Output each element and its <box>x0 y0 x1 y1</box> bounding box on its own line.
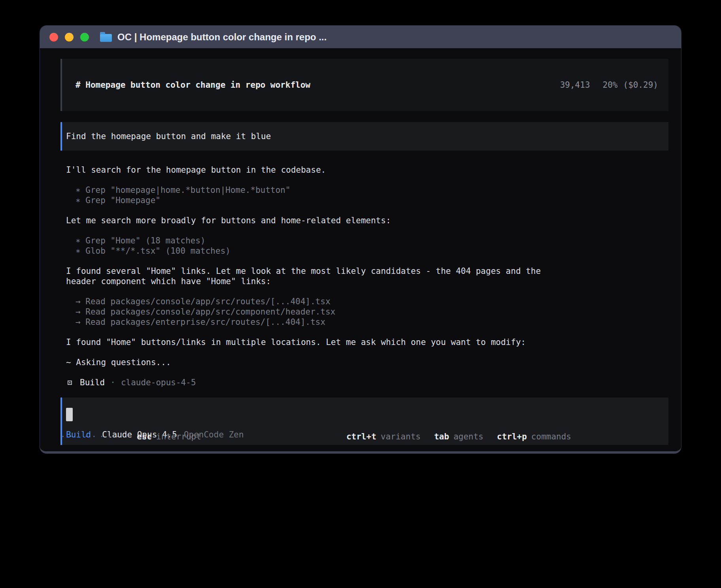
tool-call-read: → Read packages/console/app/src/componen… <box>66 307 562 317</box>
session-cost: ($0.29) <box>623 80 658 90</box>
close-button[interactable] <box>49 33 58 41</box>
terminal-content: # Homepage button color change in repo w… <box>40 48 681 451</box>
window-title: OC | Homepage button color change in rep… <box>117 32 327 43</box>
tool-call-grep: ∗ Grep "Homepage" <box>66 195 562 205</box>
transcript-group: I found several "Home" links. Let me loo… <box>66 266 562 286</box>
tool-call-glob: ∗ Glob "**/*.tsx" (100 matches) <box>66 246 562 256</box>
terminal-window: OC | Homepage button color change in rep… <box>40 25 681 454</box>
session-title: # Homepage button color change in repo w… <box>75 80 310 90</box>
transcript-group: I found "Home" buttons/links in multiple… <box>66 337 562 347</box>
window-titlebar: OC | Homepage button color change in rep… <box>40 26 681 48</box>
traffic-lights <box>49 33 89 41</box>
transcript-group: ~ Asking questions... <box>66 357 562 368</box>
agent-name: Build <box>80 377 105 388</box>
tool-call-read: → Read packages/console/app/src/routes/[… <box>66 296 562 307</box>
tool-call-grep: ∗ Grep "Home" (18 matches) <box>66 236 562 246</box>
status-bar-left: ········ esc interrupt <box>60 432 201 442</box>
transcript-group: I'll search for the homepage button in t… <box>66 165 562 175</box>
user-message-text: Find the homepage button and make it blu… <box>66 131 271 141</box>
shortcut-key: ctrl+p <box>497 432 527 441</box>
esc-key-label: interrupt <box>156 432 201 442</box>
shortcut-commands: ctrl+pcommands <box>497 432 571 442</box>
shortcut-label: commands <box>531 432 571 441</box>
transcript-group: → Read packages/console/app/src/routes/[… <box>66 296 562 327</box>
session-header: # Homepage button color change in repo w… <box>60 59 668 111</box>
shortcut-key: tab <box>434 432 449 441</box>
tool-call-read: → Read packages/enterprise/src/routes/[.… <box>66 317 562 327</box>
spinner-dots: ········ <box>60 432 123 442</box>
assistant-status-text: ~ Asking questions... <box>66 357 562 368</box>
folder-icon <box>100 34 112 42</box>
text-cursor <box>66 408 73 421</box>
agent-status-line: Build · claude-opus-4-5 <box>66 377 562 388</box>
session-stats: 39,41320%($0.29) <box>520 70 658 100</box>
tool-call-grep: ∗ Grep "homepage|home.*button|Home.*butt… <box>66 185 562 195</box>
context-percent: 20% <box>603 80 618 90</box>
window-title-group: OC | Homepage button color change in rep… <box>100 32 327 43</box>
minimize-button[interactable] <box>65 33 74 41</box>
status-bar-right: ctrl+tvariants tabagents ctrl+pcommands <box>346 432 571 442</box>
transcript-group: ∗ Grep "Home" (18 matches) ∗ Glob "**/*.… <box>66 236 562 256</box>
transcript-group: Let me search more broadly for buttons a… <box>66 215 562 226</box>
user-message: Find the homepage button and make it blu… <box>60 122 668 151</box>
assistant-text: I found "Home" buttons/links in multiple… <box>66 337 562 347</box>
agent-separator: · <box>110 377 115 388</box>
assistant-text: I found several "Home" links. Let me loo… <box>66 266 562 286</box>
shortcut-label: agents <box>453 432 483 441</box>
assistant-text: I'll search for the homepage button in t… <box>66 165 562 175</box>
shortcut-agents: tabagents <box>434 432 483 442</box>
status-bar: ········ esc interrupt ctrl+tvariants ta… <box>60 432 571 442</box>
agent-model: claude-opus-4-5 <box>121 377 196 388</box>
zoom-button[interactable] <box>80 33 89 41</box>
agent-icon <box>68 381 72 385</box>
assistant-text: Let me search more broadly for buttons a… <box>66 215 562 226</box>
assistant-transcript: I'll search for the homepage button in t… <box>60 165 562 388</box>
token-count: 39,413 <box>560 80 590 90</box>
shortcut-variants: ctrl+tvariants <box>346 432 421 442</box>
esc-key-hint: esc <box>137 432 152 442</box>
shortcut-key: ctrl+t <box>346 432 376 441</box>
transcript-group: ∗ Grep "homepage|home.*button|Home.*butt… <box>66 185 562 205</box>
shortcut-label: variants <box>381 432 421 441</box>
